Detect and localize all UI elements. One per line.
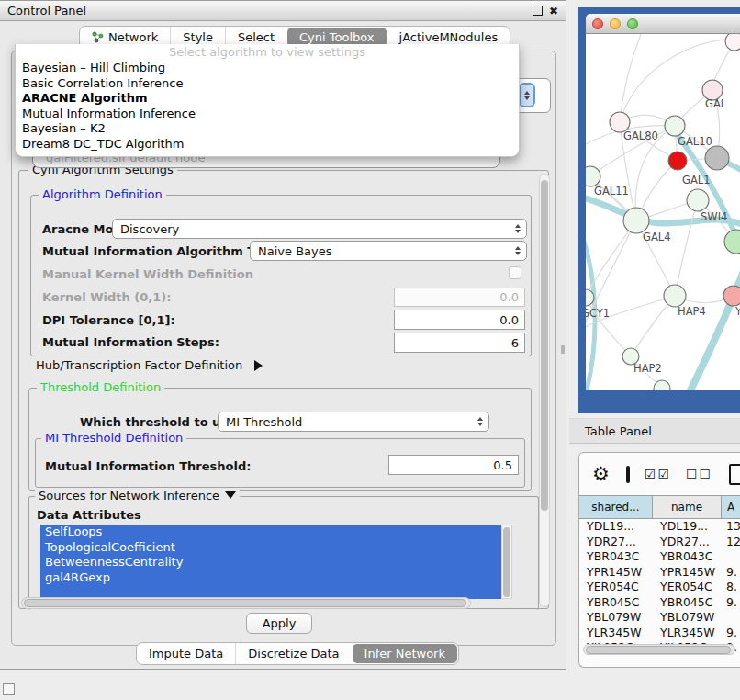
settings-vertical-scrollbar-thumb[interactable] bbox=[541, 180, 548, 511]
node-gal1[interactable] bbox=[668, 152, 687, 170]
node-label: GAL bbox=[705, 97, 727, 110]
tab-infer-network[interactable]: Infer Network bbox=[353, 644, 457, 663]
attribute-item[interactable]: SelfLoops bbox=[40, 525, 501, 540]
table-cell: YBL079W bbox=[653, 610, 722, 626]
kernel-width-field[interactable]: 0.0 bbox=[394, 288, 525, 307]
splitpane-grip[interactable] bbox=[561, 345, 565, 354]
column-header-name[interactable]: name bbox=[653, 496, 722, 518]
mi-algorithm-type-combo[interactable]: Naive Bayes bbox=[250, 241, 527, 261]
algorithm-option[interactable]: Dream8 DC_TDC Algorithm bbox=[16, 137, 519, 152]
node-top-right[interactable] bbox=[725, 34, 740, 51]
node-green-right[interactable] bbox=[724, 230, 740, 254]
node-hap4[interactable] bbox=[664, 285, 686, 307]
tab-infer-network-label: Infer Network bbox=[364, 647, 445, 660]
mutual-information-threshold-field[interactable]: 0.5 bbox=[388, 455, 519, 475]
table-panel-title: Table Panel bbox=[585, 424, 652, 438]
table-cell: YDL19... bbox=[653, 519, 722, 535]
float-window-icon[interactable] bbox=[533, 6, 543, 16]
threshold-definition-group: Threshold Definition Which threshold to … bbox=[28, 388, 532, 491]
table-cell: YPR145W bbox=[579, 565, 653, 581]
collapse-arrow-icon bbox=[225, 491, 236, 499]
column-header-shared-name[interactable]: shared... bbox=[579, 496, 653, 518]
attribute-item[interactable]: BetweennessCentrality bbox=[40, 555, 501, 570]
cyni-algorithm-settings-group: Cyni Algorithm Settings Algorithm Defini… bbox=[18, 170, 549, 609]
settings-horizontal-scrollbar[interactable] bbox=[21, 597, 471, 609]
aracne-mode-combo[interactable]: Discovery bbox=[112, 219, 527, 239]
table-row[interactable]: YER054CYER054C8. bbox=[579, 580, 740, 595]
dpi-tolerance-field[interactable]: 0.0 bbox=[394, 310, 525, 330]
node-gal4[interactable] bbox=[623, 208, 649, 233]
node-gal11[interactable] bbox=[586, 166, 600, 186]
mutual-information-threshold-label: Mutual Information Threshold: bbox=[45, 459, 251, 473]
column-header-partial[interactable]: A bbox=[722, 496, 740, 518]
table-row[interactable]: YPR145WYPR145W9. bbox=[579, 565, 740, 581]
deselect-all-icon[interactable]: ☐☐ bbox=[686, 467, 712, 481]
table-horizontal-scrollbar-thumb[interactable] bbox=[586, 646, 731, 654]
close-traffic-light-icon[interactable] bbox=[592, 18, 603, 29]
tab-discretize-data[interactable]: Discretize Data bbox=[235, 643, 351, 664]
algorithm-option[interactable]: Bayesian – Hill Climbing bbox=[16, 61, 519, 76]
node-gray[interactable] bbox=[705, 146, 729, 170]
table-row[interactable]: YBL079WYBL079W bbox=[579, 610, 740, 626]
table-cell: YBR043C bbox=[579, 549, 653, 565]
node-gal10[interactable] bbox=[665, 116, 685, 136]
select-all-icon[interactable]: ☑☑ bbox=[645, 467, 671, 481]
table-row[interactable]: YBR045CYBR045C9. bbox=[579, 595, 740, 611]
table-cell: 12 bbox=[722, 535, 740, 550]
tab-impute-data[interactable]: Impute Data bbox=[137, 643, 235, 664]
zoom-traffic-light-icon[interactable] bbox=[627, 18, 638, 29]
attribute-item[interactable]: gal4RGexp bbox=[40, 570, 501, 586]
table-header: shared... name A bbox=[579, 495, 740, 519]
aracne-mode-value: Discovery bbox=[120, 222, 179, 236]
table-panel-titlebar: Table Panel bbox=[569, 418, 740, 444]
panel-collapse-icon[interactable] bbox=[3, 683, 15, 695]
attributes-vertical-scrollbar[interactable] bbox=[501, 525, 512, 599]
mi-steps-field[interactable]: 6 bbox=[394, 333, 525, 353]
table-row[interactable]: YLR345WYLR345W9. bbox=[579, 626, 740, 641]
mi-threshold-definition-group: MI Threshold Definition Mutual Informati… bbox=[35, 438, 525, 488]
gear-icon[interactable]: ⚙ bbox=[592, 465, 610, 484]
node-label: GAL11 bbox=[594, 185, 629, 198]
table-cell: YLR345W bbox=[653, 626, 722, 641]
node-swi4[interactable] bbox=[687, 189, 709, 211]
threshold-definition-title: Threshold Definition bbox=[37, 380, 164, 394]
algorithm-option[interactable]: ARACNE Algorithm bbox=[16, 91, 519, 107]
algorithm-option[interactable]: Mutual Information Inference bbox=[16, 107, 519, 122]
network-graph: GALGAL80GAL10GAL1GAL11SWI4GAL4GCY1HAP4YH… bbox=[586, 34, 740, 390]
manual-kernel-width-checkbox[interactable] bbox=[509, 266, 521, 279]
table-row[interactable]: YDL19...YDL19...13 bbox=[579, 519, 740, 535]
mutual-information-threshold-value: 0.5 bbox=[493, 458, 512, 472]
sources-title[interactable]: Sources for Network Inference bbox=[35, 489, 240, 502]
table-row[interactable]: YBR043CYBR043C bbox=[579, 549, 740, 565]
combo-spinner-icon bbox=[510, 246, 526, 255]
node-label: GAL80 bbox=[623, 130, 658, 142]
dpi-tolerance-value: 0.0 bbox=[499, 313, 519, 327]
document-icon[interactable] bbox=[729, 464, 740, 485]
close-icon[interactable]: ✖ bbox=[549, 6, 558, 17]
node-pink-right[interactable] bbox=[723, 286, 740, 306]
columns-icon[interactable] bbox=[626, 466, 630, 483]
node-label: GAL10 bbox=[678, 135, 712, 148]
table-cell: YDR27... bbox=[579, 535, 653, 550]
table-row[interactable]: YDR27...YDR27...12 bbox=[579, 535, 740, 550]
table-horizontal-scrollbar[interactable] bbox=[583, 644, 735, 655]
network-canvas[interactable]: GALGAL80GAL10GAL1GAL11SWI4GAL4GCY1HAP4YH… bbox=[586, 34, 740, 390]
settings-vertical-scrollbar[interactable] bbox=[539, 174, 550, 607]
apply-button[interactable]: Apply bbox=[246, 613, 312, 634]
table-cell: YBR045C bbox=[653, 595, 722, 611]
hub-tf-definition-toggle[interactable]: Hub/Transcription Factor Definition bbox=[36, 358, 263, 372]
attributes-vertical-scrollbar-thumb[interactable] bbox=[503, 527, 510, 597]
algorithm-option[interactable]: Basic Correlation Inference bbox=[16, 76, 519, 92]
algorithm-option[interactable]: Bayesian – K2 bbox=[16, 121, 519, 137]
algorithm-dropdown-options: Bayesian – Hill ClimbingBasic Correlatio… bbox=[16, 61, 519, 152]
dpi-tolerance-label: DPI Tolerance [0,1]: bbox=[42, 313, 175, 327]
table-cell: 9. bbox=[722, 565, 740, 581]
data-attributes-listbox[interactable]: SelfLoopsTopologicalCoefficientBetweenne… bbox=[40, 525, 512, 599]
table-toolbar: ⚙ ☑☑ ☐☐ bbox=[579, 453, 740, 495]
minimize-traffic-light-icon[interactable] bbox=[610, 18, 621, 29]
which-threshold-combo[interactable]: MI Threshold bbox=[218, 412, 489, 432]
settings-horizontal-scrollbar-thumb[interactable] bbox=[24, 599, 466, 607]
tab-select-label: Select bbox=[238, 30, 275, 44]
table-panel: ⚙ ☑☑ ☐☐ shared... name A YDL19...YDL19..… bbox=[578, 452, 740, 668]
attribute-item[interactable]: TopologicalCoefficient bbox=[40, 540, 501, 556]
